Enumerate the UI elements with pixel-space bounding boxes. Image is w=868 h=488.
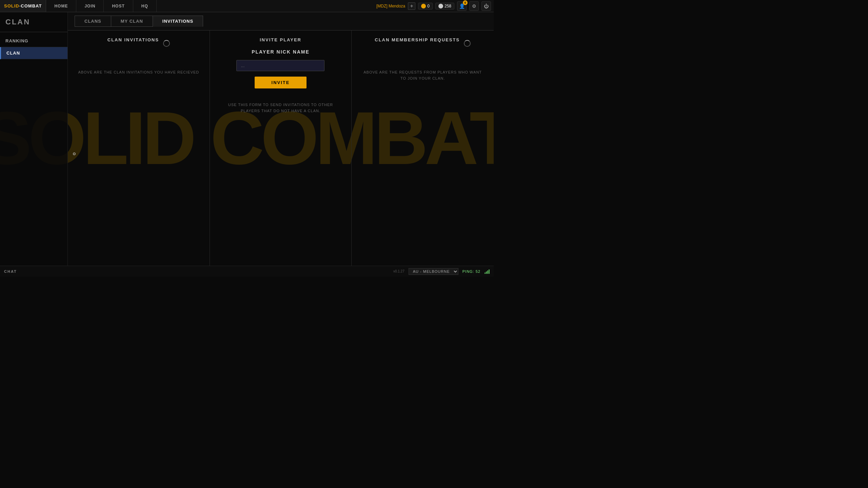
notification-badge: 0 bbox=[463, 0, 468, 5]
membership-requests-loader bbox=[464, 40, 471, 47]
nav-join[interactable]: JOIN bbox=[76, 0, 104, 12]
version-label: v0.1.27 bbox=[393, 269, 405, 273]
invite-player-section: INVITE PLAYER PLAYER NICK NAME INVITE US… bbox=[210, 30, 352, 266]
invite-player-desc: USE THIS FORM TO SEND INVITATIONS TO OTH… bbox=[217, 102, 345, 114]
chat-button[interactable]: CHAT bbox=[4, 269, 17, 273]
nav-host[interactable]: HOST bbox=[104, 0, 133, 12]
clan-invitations-section: CLAN INVITATIONS ABOVE ARE THE CLAN INVI… bbox=[68, 30, 210, 266]
sidebar-title: CLAN bbox=[0, 18, 67, 32]
sidebar-menu: RANKING CLAN bbox=[0, 35, 67, 59]
gold-currency: 0 bbox=[418, 3, 433, 9]
sidebar: CLAN RANKING CLAN bbox=[0, 12, 68, 266]
nav-home[interactable]: HOME bbox=[46, 0, 76, 12]
nav-links: HOME JOIN HOST HQ bbox=[46, 0, 156, 12]
server-select[interactable]: AU - MELBOURNE bbox=[409, 268, 458, 275]
ping-label: PING: bbox=[462, 269, 474, 273]
form-label: PLAYER NICK NAME bbox=[252, 49, 310, 55]
sidebar-item-clan[interactable]: CLAN bbox=[0, 47, 67, 59]
ping-info: PING: 52 bbox=[462, 269, 480, 273]
bottom-bar: CHAT v0.1.27 AU - MELBOURNE PING: 52 bbox=[0, 266, 494, 277]
settings-button[interactable]: ⚙ bbox=[469, 1, 479, 11]
clan-invitations-desc: ABOVE ARE THE CLAN INVITATIONS YOU HAVE … bbox=[75, 69, 202, 76]
power-button[interactable]: ⏻ bbox=[481, 1, 491, 11]
navbar: SOLID·COMBAT HOME JOIN HOST HQ [MDZ] Men… bbox=[0, 0, 494, 12]
membership-requests-header: CLAN MEMBERSHIP REQUESTS bbox=[375, 37, 460, 42]
content-area: CLANS MY CLAN INVITATIONS CLAN INVITATIO… bbox=[68, 12, 494, 266]
signal-bar-3 bbox=[487, 270, 488, 274]
signal-bars bbox=[485, 269, 490, 274]
clan-invitations-header: CLAN INVITATIONS bbox=[107, 37, 159, 42]
main-layout: CLAN RANKING CLAN CLANS MY CLAN INVITATI… bbox=[0, 12, 494, 266]
membership-requests-section: CLAN MEMBERSHIP REQUESTS ABOVE ARE THE R… bbox=[352, 30, 494, 266]
add-button[interactable]: + bbox=[408, 2, 415, 10]
clan-invitations-loader bbox=[163, 40, 170, 47]
ping-value: 52 bbox=[476, 269, 480, 273]
player-nickname-input[interactable] bbox=[236, 60, 324, 71]
tab-my-clan[interactable]: MY CLAN bbox=[111, 16, 153, 27]
settings-icon: ⚙ bbox=[472, 3, 476, 9]
app-logo[interactable]: SOLID·COMBAT bbox=[0, 0, 46, 12]
signal-bar-1 bbox=[485, 272, 486, 274]
signal-bar-2 bbox=[486, 271, 487, 274]
user-name: Mendoza bbox=[389, 4, 405, 8]
sidebar-item-ranking[interactable]: RANKING bbox=[0, 35, 67, 47]
membership-requests-header-row: CLAN MEMBERSHIP REQUESTS bbox=[375, 37, 471, 49]
silver-currency: 258 bbox=[435, 3, 454, 9]
membership-requests-desc: ABOVE ARE THE REQUESTS FROM PLAYERS WHO … bbox=[358, 69, 487, 81]
invitations-panel: CLAN INVITATIONS ABOVE ARE THE CLAN INVI… bbox=[68, 30, 494, 266]
tab-bar: CLANS MY CLAN INVITATIONS bbox=[68, 12, 494, 30]
tab-clans[interactable]: CLANS bbox=[75, 16, 111, 27]
profile-button[interactable]: 👤 0 bbox=[457, 1, 467, 11]
signal-bar-4 bbox=[489, 269, 490, 274]
logo-text: SOLID·COMBAT bbox=[4, 3, 42, 8]
silver-amount: 258 bbox=[445, 4, 451, 8]
gold-amount: 0 bbox=[427, 4, 430, 8]
invite-button[interactable]: INVITE bbox=[255, 77, 307, 88]
user-tag: [MDZ] bbox=[376, 4, 388, 8]
nav-right: [MDZ] Mendoza + 0 258 👤 0 ⚙ ⏻ bbox=[376, 0, 494, 12]
clan-invitations-header-row: CLAN INVITATIONS bbox=[107, 37, 170, 49]
invite-player-header: INVITE PLAYER bbox=[260, 37, 301, 42]
tab-invitations[interactable]: INVITATIONS bbox=[153, 16, 203, 27]
gold-coin-icon bbox=[421, 4, 426, 8]
power-icon: ⏻ bbox=[484, 3, 489, 9]
silver-coin-icon bbox=[438, 4, 443, 8]
invite-player-form: PLAYER NICK NAME INVITE bbox=[217, 49, 345, 88]
user-info: [MDZ] Mendoza bbox=[376, 4, 405, 8]
bottom-right: v0.1.27 AU - MELBOURNE PING: 52 bbox=[393, 268, 490, 275]
nav-hq[interactable]: HQ bbox=[133, 0, 157, 12]
